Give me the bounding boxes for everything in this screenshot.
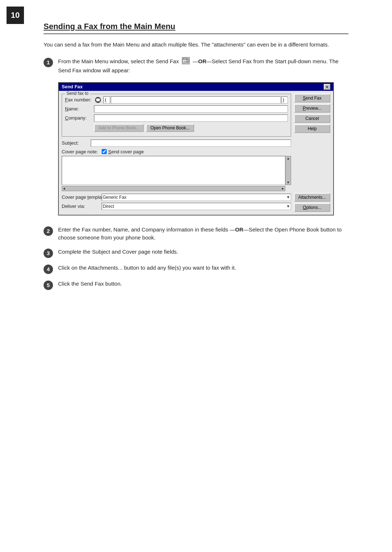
cover-page-template-row: Cover page template: Generic Fax ▼ (62, 194, 291, 201)
cover-page-note-label: Cover page note: (62, 149, 98, 154)
note-area-container: ▲ ▼ (62, 156, 291, 185)
scroll-right-arrow[interactable]: ► (281, 187, 285, 190)
fax-number-input[interactable] (111, 96, 281, 104)
horizontal-scrollbar-wrapper: ◄ ► (62, 186, 291, 192)
deliver-via-label: Deliver via: (62, 204, 102, 209)
company-row: Company: (65, 114, 288, 122)
fax-number-label: Fax number: (65, 97, 94, 102)
step-2: 2 Enter the Fax number, Name, and Compan… (44, 226, 348, 242)
step-5-number: 5 (44, 281, 53, 290)
add-to-phonebook-button[interactable]: Add to Phone Book... (94, 124, 144, 132)
svg-text:☎: ☎ (95, 98, 101, 102)
send-cover-page-text: Send cover page (108, 149, 144, 154)
scroll-up-arrow[interactable]: ▲ (287, 157, 290, 160)
send-fax-dialog: Send Fax × Send fax to Fax number: (58, 82, 334, 215)
step-2-text: Enter the Fax number, Name, and Company … (58, 226, 348, 242)
send-fax-button[interactable]: Send Fax (294, 94, 330, 102)
step-3: 3 Complete the Subject and Cover page no… (44, 248, 348, 258)
fax-area-code-input[interactable] (103, 96, 110, 104)
spacer (294, 134, 330, 192)
name-row: Name: (65, 105, 288, 113)
intro-text: You can send a fax from the Main Menu an… (44, 41, 348, 49)
deliver-via-select[interactable]: Direct ▼ (102, 203, 291, 210)
send-fax-icon (182, 57, 190, 67)
step-1: 1 From the Main Menu window, select the … (44, 57, 348, 75)
subject-input[interactable] (91, 140, 291, 147)
preview-underline: P (303, 106, 306, 111)
send-cover-page-label: Send cover page (102, 149, 144, 154)
send-fax-to-group: Send fax to Fax number: ☎ (62, 94, 291, 137)
scroll-left-arrow[interactable]: ◄ (62, 187, 66, 190)
section-heading: Sending a Fax from the Main Menu (44, 22, 348, 34)
step-5-text: Click the Send Fax button. (58, 280, 348, 288)
open-phonebook-button[interactable]: Open Phone Book... (146, 124, 194, 132)
deliver-via-dropdown-arrow[interactable]: ▼ (286, 204, 290, 208)
step-1-text: From the Main Menu window, select the Se… (58, 57, 348, 75)
cover-page-template-select[interactable]: Generic Fax ▼ (102, 194, 291, 201)
phonebook-buttons-row: Add to Phone Book... Open Phone Book... (94, 124, 288, 132)
preview-label: review... (306, 106, 322, 111)
deliver-via-value: Direct (103, 204, 114, 209)
step-3-text: Complete the Subject and Cover page note… (58, 248, 348, 256)
dialog-title: Send Fax (62, 84, 83, 89)
step-3-number: 3 (44, 249, 53, 258)
fax-number-row: Fax number: ☎ (65, 96, 288, 104)
dialog-right-panel: Send Fax Preview... Cancel Help Attachme… (294, 94, 330, 212)
svg-rect-1 (184, 58, 187, 60)
step-2-number: 2 (44, 226, 53, 236)
vertical-scrollbar[interactable]: ▲ ▼ (285, 156, 291, 185)
deliver-via-row: Deliver via: Direct ▼ (62, 203, 291, 210)
scroll-down-arrow[interactable]: ▼ (287, 181, 290, 184)
phone-icon: ☎ (94, 97, 102, 103)
step-1-number: 1 (44, 58, 53, 67)
dialog-body: Send fax to Fax number: ☎ (59, 91, 333, 215)
options-underline: O (303, 205, 306, 210)
options-button[interactable]: Options... (294, 203, 330, 212)
cover-note-textarea[interactable] (62, 156, 285, 185)
svg-rect-4 (184, 61, 186, 62)
step-4-number: 4 (44, 265, 53, 274)
fax-number-field: ☎ (94, 96, 288, 104)
cover-page-note-row: Cover page note: Send cover page (62, 149, 291, 154)
svg-rect-3 (184, 61, 186, 61)
group-legend: Send fax to (65, 91, 90, 96)
send-fax-label: end Fax (306, 96, 321, 101)
steps-list: 2 Enter the Fax number, Name, and Compan… (44, 226, 348, 290)
help-button[interactable]: Help (294, 124, 330, 133)
dialog-close-button[interactable]: × (324, 84, 330, 90)
fax-input-area (103, 96, 288, 104)
name-input[interactable] (94, 105, 288, 113)
cover-page-template-label: Cover page template: (62, 194, 102, 200)
cover-template-dropdown-arrow[interactable]: ▼ (286, 195, 290, 199)
send-cover-page-checkbox[interactable] (102, 149, 107, 154)
company-label: Company: (65, 115, 94, 121)
step-5: 5 Click the Send Fax button. (44, 280, 348, 290)
horizontal-scrollbar[interactable]: ◄ ► (62, 186, 285, 191)
options-label: ptions... (306, 205, 322, 210)
fax-ext-input[interactable] (281, 96, 288, 104)
company-input[interactable] (94, 114, 288, 122)
cover-page-template-value: Generic Fax (103, 195, 126, 200)
subject-row: Subject: (62, 140, 291, 147)
step-4: 4 Click on the Attachments... button to … (44, 264, 348, 274)
step-4-text: Click on the Attachments... button to ad… (58, 264, 348, 272)
dialog-left-panel: Send fax to Fax number: ☎ (62, 94, 291, 212)
dialog-titlebar: Send Fax × (59, 83, 333, 91)
name-label: Name: (65, 106, 94, 112)
page-number: 10 (7, 7, 24, 24)
preview-button[interactable]: Preview... (294, 104, 330, 113)
svg-rect-2 (187, 59, 189, 62)
cancel-button[interactable]: Cancel (294, 114, 330, 123)
attachments-button[interactable]: Attachments... (294, 193, 330, 202)
subject-label: Subject: (62, 140, 91, 146)
